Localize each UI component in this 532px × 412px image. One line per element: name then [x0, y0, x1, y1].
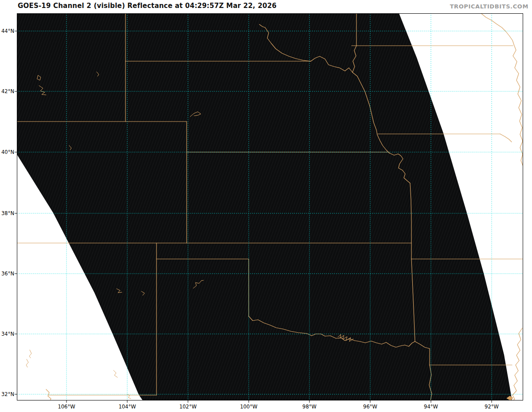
lon-tick-label: 96°W — [357, 403, 383, 410]
lake-carlsbad — [113, 370, 117, 377]
lake-elephant-butte — [26, 350, 31, 367]
lon-tick-label: 94°W — [418, 403, 444, 410]
lat-tick-label: 36°N — [0, 270, 14, 277]
lat-tick-label: 34°N — [0, 330, 14, 337]
satellite-map-page: GOES-19 Channel 2 (visible) Reflectance … — [0, 0, 532, 412]
lon-tick-label: 102°W — [175, 403, 201, 410]
lon-tick-label: 100°W — [235, 403, 262, 410]
lon-tick-label: 106°W — [53, 403, 80, 410]
lat-tick-label: 40°N — [0, 149, 14, 156]
river-mississippi-lower — [512, 328, 522, 400]
river-mississippi-upper — [481, 13, 523, 166]
river-des-moines — [500, 134, 512, 142]
map-canvas — [0, 0, 532, 412]
lon-tick-label: 104°W — [114, 403, 141, 410]
lat-tick-label: 44°N — [0, 27, 14, 35]
lat-tick-label: 32°N — [0, 391, 14, 398]
scanline-texture — [17, 13, 512, 400]
lat-tick-label: 38°N — [0, 210, 14, 217]
lat-tick-label: 42°N — [0, 88, 14, 95]
lon-tick-label: 98°W — [296, 403, 323, 410]
lon-tick-label: 92°W — [478, 403, 505, 410]
